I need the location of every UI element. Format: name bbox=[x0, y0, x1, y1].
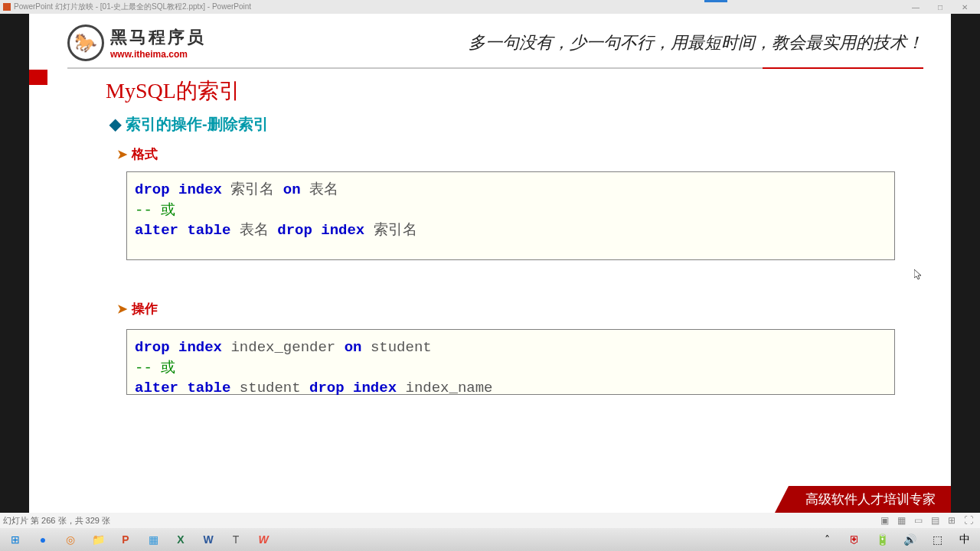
window-title: PowerPoint 幻灯片放映 - [01-史上最全的SQL教程2.pptx]… bbox=[14, 2, 251, 12]
code-block-1: drop index 索引名 on 表名 -- 或 alter table 表名… bbox=[126, 171, 895, 260]
logo-url: www.itheima.com bbox=[110, 49, 206, 60]
start-button[interactable]: ⊞ bbox=[2, 530, 29, 549]
logo-text-cn: 黑马程序员 bbox=[110, 26, 206, 49]
close-button[interactable]: ✕ bbox=[952, 3, 977, 11]
code-line: -- 或 bbox=[135, 201, 887, 221]
code-line: alter table 表名 drop index 索引名 bbox=[135, 220, 887, 241]
logo-icon: 🐎 bbox=[67, 24, 104, 61]
maximize-button[interactable]: □ bbox=[928, 3, 952, 11]
tray-network-icon[interactable]: ⬚ bbox=[923, 530, 951, 549]
header-underline bbox=[763, 67, 923, 69]
chevron-icon: ➤ bbox=[117, 148, 127, 161]
slide-canvas: 🐎 黑马程序员 www.itheima.com 多一句没有，少一句不行，用最短时… bbox=[29, 14, 951, 513]
tray-battery-icon[interactable]: 🔋 bbox=[868, 530, 896, 549]
browser-icon[interactable]: ◎ bbox=[57, 530, 84, 549]
slide-decor-tab bbox=[29, 70, 47, 85]
zoom-fit-button[interactable]: ⛶ bbox=[960, 515, 977, 526]
slogan-text: 多一句没有，少一句不行，用最短时间，教会最实用的技术！ bbox=[469, 31, 923, 54]
text-icon[interactable]: T bbox=[222, 530, 250, 549]
view-normal-button[interactable]: ▣ bbox=[876, 515, 893, 526]
diamond-icon: ◆ bbox=[109, 116, 121, 132]
tray-up-icon[interactable]: ˄ bbox=[813, 530, 841, 549]
word-icon[interactable]: W bbox=[194, 530, 222, 549]
header-row: 🐎 黑马程序员 www.itheima.com 多一句没有，少一句不行，用最短时… bbox=[67, 24, 923, 69]
app-icon bbox=[3, 3, 11, 11]
section-2-label: ➤操作 bbox=[117, 300, 158, 318]
view-reading-button[interactable]: ▭ bbox=[910, 515, 926, 526]
powerpoint-icon[interactable]: P bbox=[112, 530, 139, 549]
taskbar[interactable]: ⊞ ● ◎ 📁 P ▦ X W T W ˄ ⛨ 🔋 🔊 ⬚ 中 bbox=[0, 528, 980, 551]
tray-shield-icon[interactable]: ⛨ bbox=[841, 530, 868, 549]
slide-title: MySQL的索引 bbox=[106, 77, 240, 106]
window-titlebar: PowerPoint 幻灯片放映 - [01-史上最全的SQL教程2.pptx]… bbox=[0, 0, 980, 14]
code-line: alter table student drop index index_nam… bbox=[135, 378, 887, 399]
wps-icon[interactable]: W bbox=[250, 530, 277, 549]
chevron-icon: ➤ bbox=[117, 302, 127, 315]
explorer-icon[interactable]: 📁 bbox=[84, 530, 112, 549]
tray-ime-icon[interactable]: 中 bbox=[951, 530, 978, 549]
view-notes-button[interactable]: ⊞ bbox=[943, 515, 960, 526]
status-bar: 幻灯片 第 266 张，共 329 张 ▣ ▦ ▭ ▤ ⊞ ⛶ bbox=[0, 513, 980, 528]
code-block-2: drop index index_gender on student -- 或 … bbox=[126, 329, 895, 395]
slide-subtitle: ◆索引的操作-删除索引 bbox=[109, 114, 269, 135]
chrome-icon[interactable]: ● bbox=[29, 530, 57, 549]
title-accent bbox=[704, 0, 727, 2]
subtitle-text: 索引的操作-删除索引 bbox=[126, 116, 269, 132]
code-line: drop index index_gender on student bbox=[135, 337, 887, 358]
code-line: -- 或 bbox=[135, 358, 887, 379]
section-1-label: ➤格式 bbox=[117, 145, 158, 163]
code-line: drop index 索引名 on 表名 bbox=[135, 180, 887, 201]
minimize-button[interactable]: — bbox=[903, 3, 928, 11]
footer-banner: 高级软件人才培训专家 bbox=[775, 486, 951, 513]
calc-icon[interactable]: ▦ bbox=[139, 530, 167, 549]
section-1-text: 格式 bbox=[132, 147, 158, 161]
section-2-text: 操作 bbox=[132, 302, 158, 316]
view-sorter-button[interactable]: ▦ bbox=[893, 515, 910, 526]
view-slideshow-button[interactable]: ▤ bbox=[926, 515, 943, 526]
excel-icon[interactable]: X bbox=[167, 530, 194, 549]
slide-counter: 幻灯片 第 266 张，共 329 张 bbox=[3, 515, 110, 527]
tray-volume-icon[interactable]: 🔊 bbox=[896, 530, 923, 549]
